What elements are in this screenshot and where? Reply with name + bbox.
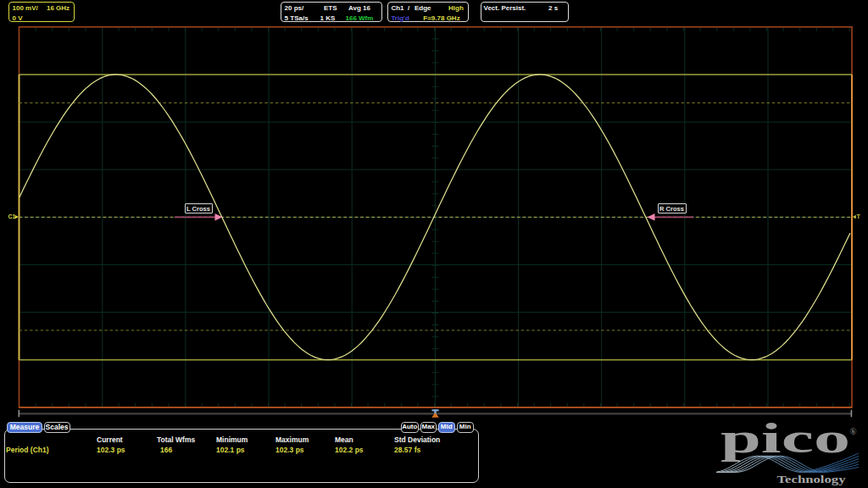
svg-text:®: ® bbox=[850, 427, 857, 436]
svg-text:Technology: Technology bbox=[777, 473, 846, 485]
svg-text:pico: pico bbox=[721, 414, 850, 462]
